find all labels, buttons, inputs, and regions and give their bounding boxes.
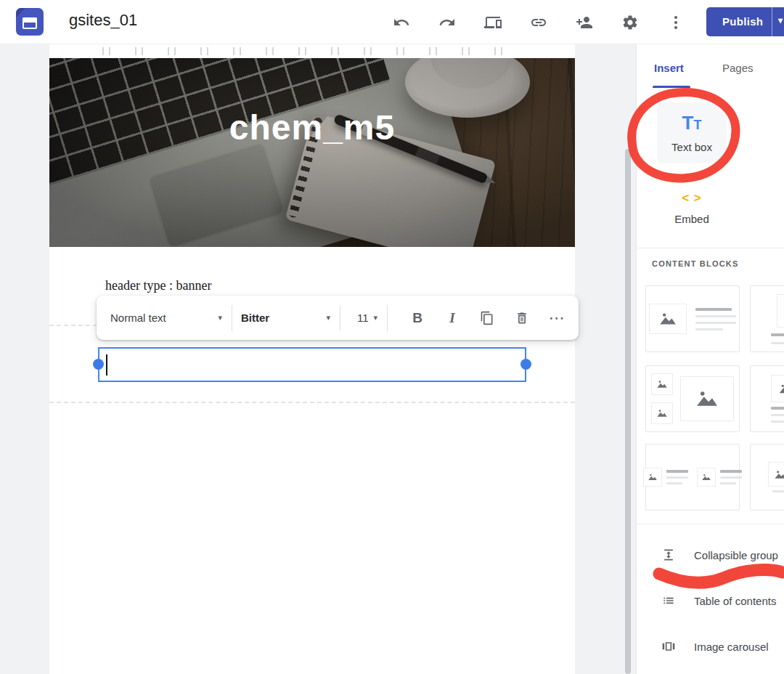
tab-insert[interactable]: Insert bbox=[654, 62, 684, 74]
image-placeholder-icon bbox=[697, 468, 716, 487]
toolbar-icon-group: B I ⋯ bbox=[404, 304, 571, 332]
text-format-toolbar: Normal text ▾ Bitter ▾ 11 ▾ B I bbox=[97, 296, 579, 340]
content-block-two-small-one-large-image[interactable] bbox=[645, 365, 740, 432]
chevron-down-icon: ▾ bbox=[218, 313, 222, 322]
vertical-scrollbar[interactable] bbox=[625, 149, 631, 674]
content-block-image-left-text-right[interactable] bbox=[645, 285, 740, 352]
header-banner[interactable]: chem_m5 bbox=[49, 58, 575, 247]
text-line-placeholder bbox=[771, 421, 784, 423]
section-divider-dashed bbox=[49, 402, 575, 403]
embed-label: Embed bbox=[674, 213, 709, 225]
content-blocks-heading: CONTENT BLOCKS bbox=[652, 259, 738, 268]
image-placeholder-icon bbox=[680, 376, 734, 421]
scrolled-element-tick-strip bbox=[98, 45, 528, 57]
text-line-placeholder bbox=[720, 476, 742, 479]
image-placeholder-icon bbox=[777, 294, 784, 328]
font-family-value: Bitter bbox=[241, 312, 269, 324]
publish-separator bbox=[772, 7, 772, 36]
settings-gear-icon[interactable] bbox=[621, 13, 640, 32]
content-block-image-gallery[interactable] bbox=[750, 444, 784, 511]
menu-label: Table of contents bbox=[694, 595, 776, 607]
text-line-placeholder bbox=[695, 322, 736, 324]
italic-icon[interactable]: I bbox=[438, 304, 466, 332]
text-line-placeholder bbox=[771, 342, 784, 344]
image-carousel-icon bbox=[661, 639, 676, 654]
banner-title[interactable]: chem_m5 bbox=[49, 107, 575, 147]
table-of-contents-icon bbox=[661, 593, 676, 608]
canvas-left-gutter bbox=[0, 44, 49, 674]
embed-code-icon: < > bbox=[682, 191, 702, 206]
more-vertical-icon[interactable] bbox=[666, 13, 685, 32]
body-text[interactable]: header type : banner bbox=[105, 278, 211, 293]
toolbar-divider bbox=[387, 305, 388, 331]
bold-icon[interactable]: B bbox=[404, 304, 431, 332]
publish-label: Publish bbox=[722, 15, 763, 28]
menu-label: Collapsible group bbox=[694, 549, 778, 561]
google-sites-logo[interactable] bbox=[16, 8, 44, 36]
collapsible-group-icon bbox=[661, 548, 676, 562]
text-line-placeholder bbox=[666, 476, 688, 479]
image-placeholder-icon bbox=[651, 402, 673, 424]
text-line-placeholder bbox=[666, 482, 682, 484]
sidebar-item-table-of-contents[interactable]: Table of contents bbox=[661, 592, 784, 609]
resize-handle-right[interactable] bbox=[520, 359, 531, 370]
resize-handle-left[interactable] bbox=[93, 359, 104, 370]
text-line-placeholder bbox=[695, 315, 736, 317]
text-line-placeholder bbox=[720, 470, 742, 473]
paragraph-style-dropdown[interactable]: Normal text ▾ bbox=[97, 296, 232, 340]
sidebar-divider bbox=[637, 248, 784, 248]
image-placeholder-icon bbox=[651, 373, 673, 395]
selected-text-box[interactable] bbox=[98, 347, 526, 382]
copy-link-icon[interactable] bbox=[529, 13, 548, 32]
undo-icon[interactable] bbox=[392, 13, 411, 32]
publish-button[interactable]: Publish ▾ bbox=[706, 7, 784, 36]
image-placeholder-icon bbox=[643, 468, 662, 487]
app-bar-actions bbox=[392, 0, 685, 44]
chevron-down-icon: ▾ bbox=[326, 313, 330, 322]
text-line-placeholder bbox=[771, 414, 784, 416]
banner-dark-overlay bbox=[49, 58, 575, 247]
content-block-image-top-text-bottom[interactable] bbox=[750, 285, 784, 352]
logo-fold bbox=[16, 8, 25, 17]
image-placeholder-icon bbox=[771, 375, 784, 402]
page-canvas: chem_m5 header type : banner Normal text… bbox=[49, 44, 575, 674]
text-line-placeholder bbox=[771, 407, 784, 410]
more-options-icon[interactable]: ⋯ bbox=[543, 304, 571, 332]
chevron-down-icon: ▾ bbox=[373, 313, 377, 322]
text-line-placeholder bbox=[772, 490, 784, 492]
text-line-placeholder bbox=[695, 328, 723, 330]
redo-icon[interactable] bbox=[438, 13, 457, 32]
red-marker-underline-annotation bbox=[650, 561, 784, 594]
duplicate-icon[interactable] bbox=[473, 304, 501, 332]
font-size-value: 11 bbox=[357, 312, 369, 324]
delete-icon[interactable] bbox=[508, 304, 536, 332]
menu-label: Image carousel bbox=[694, 641, 769, 653]
publish-dropdown-caret-icon[interactable]: ▾ bbox=[778, 15, 783, 25]
content-block-small-image-text[interactable] bbox=[750, 365, 784, 432]
logo-pane-bar bbox=[23, 17, 37, 23]
content-block-two-columns-image-text[interactable] bbox=[645, 444, 740, 511]
text-line-placeholder bbox=[720, 482, 736, 484]
share-add-person-icon[interactable] bbox=[575, 13, 594, 32]
text-line-placeholder bbox=[666, 470, 688, 473]
font-family-dropdown[interactable]: Bitter ▾ bbox=[232, 296, 340, 340]
sidebar-divider bbox=[637, 524, 784, 524]
image-placeholder-icon bbox=[768, 462, 784, 487]
site-title[interactable]: gsites_01 bbox=[69, 11, 137, 30]
paragraph-style-value: Normal text bbox=[110, 312, 166, 324]
app-bar: gsites_01 Publish ▾ bbox=[0, 0, 784, 44]
tab-pages[interactable]: Pages bbox=[722, 62, 754, 74]
preview-devices-icon[interactable] bbox=[483, 13, 502, 32]
text-line-placeholder bbox=[695, 308, 732, 311]
font-size-dropdown[interactable]: 11 ▾ bbox=[340, 296, 387, 340]
image-placeholder-icon bbox=[649, 304, 687, 334]
text-cursor bbox=[106, 354, 107, 375]
sidebar-item-image-carousel[interactable]: Image carousel bbox=[661, 638, 784, 655]
text-line-placeholder bbox=[771, 333, 784, 336]
insert-embed-button[interactable]: < > Embed bbox=[657, 182, 727, 233]
